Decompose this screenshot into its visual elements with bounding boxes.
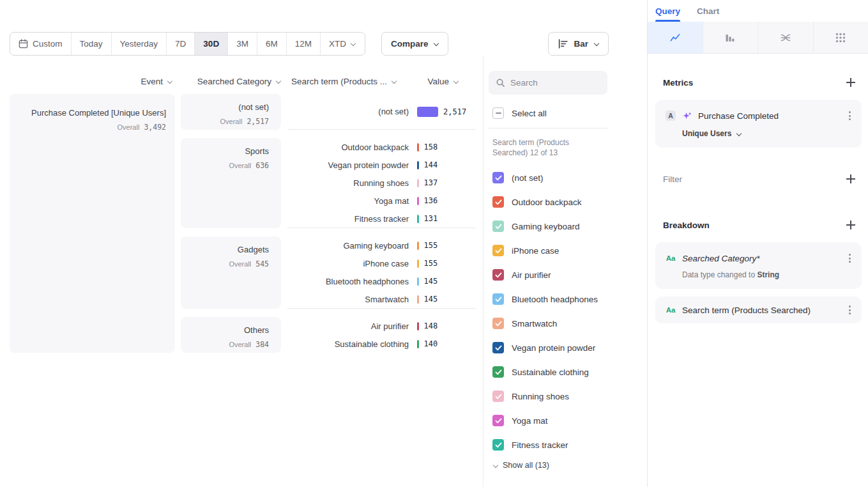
value-label: 136: [424, 196, 438, 205]
term-row[interactable]: Vegan protein powder144: [287, 156, 476, 174]
search-input[interactable]: [510, 78, 600, 88]
column-header-search-term[interactable]: Search term (Products ...: [287, 77, 397, 86]
indeterminate-mark: [496, 112, 501, 114]
filter-list-item[interactable]: Air purifier: [489, 263, 647, 287]
breakdown-card-row: Aa Searched Category*: [666, 252, 854, 265]
select-all-checkbox-indeterminate[interactable]: [492, 107, 504, 119]
category-group: SportsOverall636Outdoor backpack158Vegan…: [181, 138, 476, 228]
filter-list-item[interactable]: Sustainable clothing: [489, 360, 647, 384]
measure-dropdown[interactable]: Unique Users: [682, 129, 854, 138]
checkbox-checked[interactable]: [492, 293, 504, 305]
date-range-custom[interactable]: Custom: [10, 33, 71, 55]
check-icon: [495, 394, 502, 399]
show-all-button[interactable]: Show all (13): [489, 461, 647, 470]
checkbox-checked[interactable]: [492, 196, 504, 208]
filter-list-item[interactable]: Running shoes: [489, 384, 647, 408]
segment-search-box[interactable]: [489, 71, 607, 95]
checkbox-checked[interactable]: [492, 415, 504, 426]
value-label: 158: [424, 143, 438, 151]
term-row[interactable]: Gaming keyboard155: [287, 236, 476, 254]
checkbox-checked[interactable]: [492, 172, 504, 183]
tab-chart[interactable]: Chart: [697, 0, 719, 22]
column-header-group: Search term (Products ... Value: [287, 77, 476, 86]
select-all-row[interactable]: Select all: [489, 107, 647, 119]
date-range-label: Today: [80, 39, 103, 49]
value-bar: [417, 197, 419, 205]
chevron-down-icon: [492, 463, 498, 468]
bar-columns-icon: [724, 32, 736, 43]
date-range-30d[interactable]: 30D: [194, 33, 227, 55]
term-row[interactable]: (not set)2,517: [287, 103, 476, 121]
value-bar: [417, 295, 419, 304]
filter-list-item[interactable]: Gaming keyboard: [489, 214, 647, 238]
breakdown-card-searched-category[interactable]: Aa Searched Category* Data type changed …: [655, 242, 862, 289]
icon-tab-retention[interactable]: [813, 22, 868, 53]
add-filter-button[interactable]: [846, 174, 855, 183]
term-row[interactable]: Bluetooth headphones145: [287, 272, 476, 290]
date-range-6m[interactable]: 6M: [257, 33, 286, 55]
filter-list-item[interactable]: (not set): [489, 166, 647, 190]
term-row[interactable]: Smartwatch145: [287, 290, 476, 308]
icon-tab-funnels[interactable]: [703, 22, 758, 53]
date-range-12m[interactable]: 12M: [286, 33, 320, 55]
checkbox-checked[interactable]: [492, 342, 504, 353]
filter-list-item[interactable]: Smartwatch: [489, 311, 647, 336]
icon-tab-flows[interactable]: [758, 22, 813, 53]
value-label: 155: [424, 241, 438, 250]
checkbox-checked[interactable]: [492, 439, 504, 451]
tab-query[interactable]: Query: [655, 0, 680, 22]
checkbox-checked[interactable]: [492, 318, 504, 329]
add-breakdown-button[interactable]: [846, 220, 855, 229]
category-cell[interactable]: GadgetsOverall545: [181, 236, 281, 309]
checkbox-checked[interactable]: [492, 220, 504, 232]
category-cell[interactable]: SportsOverall636: [181, 138, 281, 228]
filter-list-item[interactable]: iPhone case: [489, 238, 647, 263]
filter-list-item[interactable]: Yoga mat: [489, 408, 647, 433]
category-header-label: Searched Category: [197, 77, 271, 86]
term-label: Bluetooth headphones: [287, 277, 409, 286]
value-bar: [417, 179, 419, 187]
event-cell[interactable]: Purchase Completed [Unique Users] Overal…: [10, 94, 175, 353]
category-group: OthersOverall384Air purifier148Sustainab…: [181, 317, 476, 353]
column-header-value[interactable]: Value: [427, 77, 476, 86]
date-range-3m[interactable]: 3M: [227, 33, 257, 55]
category-cell[interactable]: (not set)Overall2,517: [181, 94, 281, 130]
column-header-searched-category[interactable]: Searched Category: [181, 77, 281, 86]
date-range-7d[interactable]: 7D: [166, 33, 194, 55]
add-metric-button[interactable]: [846, 78, 855, 87]
checkbox-checked[interactable]: [492, 269, 504, 281]
show-all-label: Show all (13): [503, 461, 549, 470]
flows-icon: [780, 32, 791, 43]
filter-list-item[interactable]: Bluetooth headphones: [489, 287, 647, 311]
checkbox-checked[interactable]: [492, 390, 504, 402]
category-cell[interactable]: OthersOverall384: [181, 317, 281, 353]
term-row[interactable]: Outdoor backpack158: [287, 138, 476, 156]
breakdown-card-search-term[interactable]: Aa Search term (Products Searched): [655, 297, 862, 323]
kebab-menu-icon[interactable]: [846, 109, 854, 122]
term-header-label: Search term (Products ...: [291, 77, 387, 86]
column-header-event[interactable]: Event: [10, 77, 175, 86]
date-range-today[interactable]: Today: [71, 33, 111, 55]
check-icon: [495, 175, 502, 181]
date-range-yesterday[interactable]: Yesterday: [111, 33, 167, 55]
kebab-menu-icon[interactable]: [846, 304, 854, 316]
chart-type-button[interactable]: Bar: [548, 32, 609, 56]
filter-list-item[interactable]: Outdoor backpack: [489, 190, 647, 214]
term-row[interactable]: Fitness tracker131: [287, 210, 476, 228]
date-range-label: 7D: [175, 39, 186, 49]
term-row[interactable]: Air purifier148: [287, 317, 476, 335]
filter-list-item[interactable]: Fitness tracker: [489, 433, 647, 457]
term-row[interactable]: Sustainable clothing140: [287, 335, 476, 353]
filter-list-item[interactable]: Vegan protein powder: [489, 336, 647, 360]
filter-item-label: Yoga mat: [512, 416, 548, 426]
term-row[interactable]: Running shoes137: [287, 174, 476, 192]
checkbox-checked[interactable]: [492, 245, 504, 256]
date-range-xtd[interactable]: XTD: [320, 33, 365, 55]
compare-button[interactable]: Compare: [381, 32, 449, 56]
term-row[interactable]: Yoga mat136: [287, 192, 476, 210]
kebab-menu-icon[interactable]: [846, 252, 854, 265]
icon-tab-insights[interactable]: [648, 22, 703, 53]
metric-card[interactable]: A Purchase Completed Unique Users: [655, 100, 862, 148]
checkbox-checked[interactable]: [492, 366, 504, 378]
term-row[interactable]: iPhone case155: [287, 254, 476, 272]
